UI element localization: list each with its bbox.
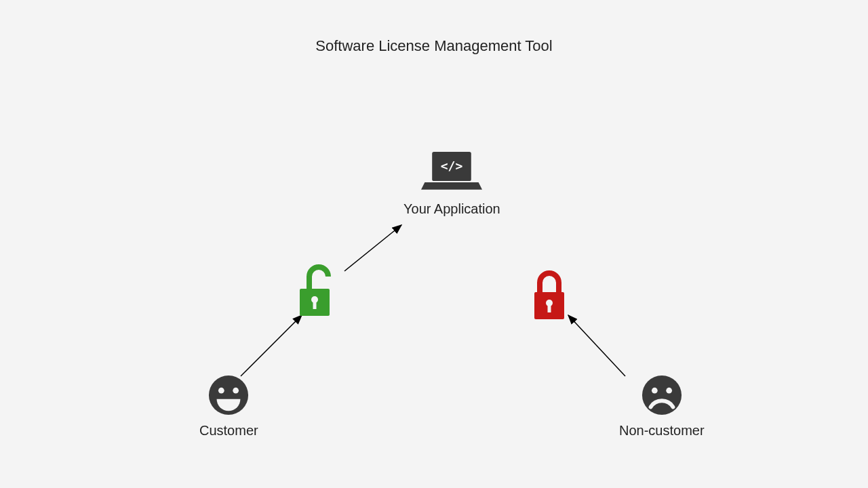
customer-label: Customer [199,423,258,439]
node-customer: Customer [199,374,258,439]
noncustomer-label: Non-customer [619,423,705,439]
face-sad-icon [641,374,683,416]
svg-point-11 [233,388,239,394]
svg-point-12 [642,375,682,415]
laptop-code-icon: </> [421,150,482,195]
svg-text:</>: </> [441,159,463,173]
node-unlocked [294,264,335,319]
lock-open-icon [294,264,335,319]
svg-point-10 [218,388,224,394]
application-label: Your Application [403,201,500,217]
arrow-noncustomer-to-lock [568,315,625,376]
arrows-layer [0,0,868,488]
node-application: </> Your Application [403,150,500,217]
svg-point-14 [666,388,672,394]
svg-rect-5 [313,301,317,309]
lock-closed-icon [529,268,570,322]
arrow-lock-to-app [344,225,401,271]
svg-point-13 [652,388,658,394]
diagram-title: Software License Management Tool [0,37,868,55]
svg-rect-8 [548,304,551,312]
arrow-customer-to-lock [241,315,302,376]
node-locked [529,268,570,322]
node-noncustomer: Non-customer [619,374,705,439]
face-happy-icon [208,374,250,416]
